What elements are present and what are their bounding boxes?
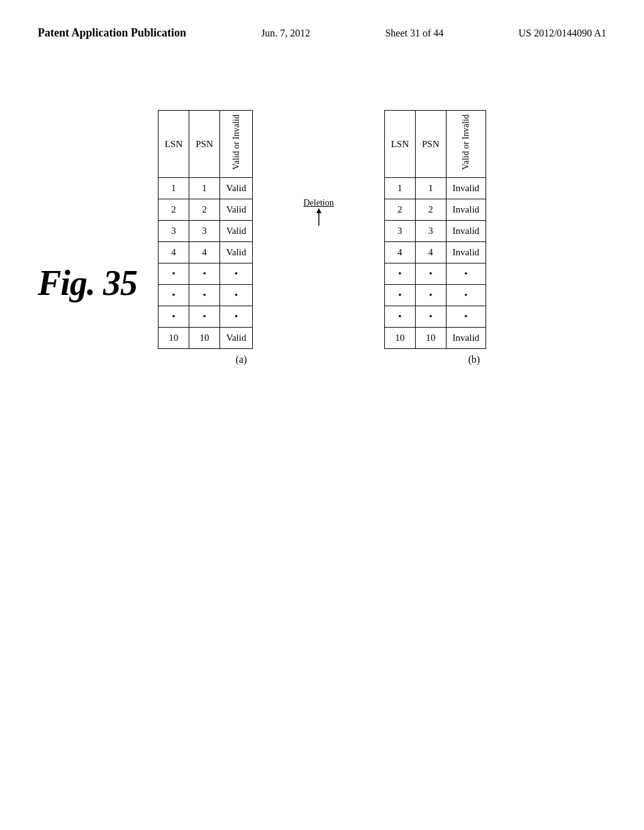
- table-row: 3 3 Valid: [158, 221, 253, 242]
- table-row: • • •: [158, 263, 253, 285]
- table-row: • • •: [384, 263, 486, 285]
- table-row: • • •: [158, 306, 253, 328]
- table-row: 2 2 Invalid: [384, 199, 486, 221]
- col-lsn-b: LSN: [384, 111, 415, 178]
- col-psn-a: PSN: [189, 111, 220, 178]
- deletion-arrow-icon: [313, 208, 325, 227]
- deletion-annotation: Deletion: [303, 198, 333, 227]
- table-row: 10 10 Valid: [158, 328, 253, 349]
- table-b-wrapper: LSN PSN Valid or Invalid 1 1 Invalid 2: [384, 110, 486, 365]
- table-row: • • •: [384, 285, 486, 306]
- table-row: 10 10 Invalid: [384, 328, 486, 349]
- publication-date: Jun. 7, 2012: [261, 25, 310, 39]
- deletion-label: Deletion: [303, 198, 333, 208]
- table-a-label: (a): [236, 354, 253, 365]
- table-row: • • •: [384, 306, 486, 328]
- table-row: 4 4 Invalid: [384, 242, 486, 263]
- sheet-info: Sheet 31 of 44: [385, 25, 443, 39]
- svg-marker-1: [316, 208, 321, 213]
- col-psn-b: PSN: [416, 111, 447, 178]
- table-a: LSN PSN Valid or Invalid 1 1 Valid 2: [158, 110, 253, 349]
- table-row: • • •: [158, 285, 253, 306]
- table-row: 2 2 Valid: [158, 199, 253, 221]
- table-row: 3 3 Invalid: [384, 221, 486, 242]
- publication-number: US 2012/0144090 A1: [518, 25, 606, 39]
- col-status-a: Valid or Invalid: [219, 111, 253, 178]
- page-header: Patent Application Publication Jun. 7, 2…: [0, 0, 644, 53]
- col-status-b: Valid or Invalid: [446, 111, 486, 178]
- table-row: 1 1 Valid: [158, 178, 253, 199]
- main-content: LSN PSN Valid or Invalid 1 1 Valid 2: [0, 53, 644, 365]
- table-row: 4 4 Valid: [158, 242, 253, 263]
- publication-title: Patent Application Publication: [38, 25, 186, 41]
- col-lsn-a: LSN: [158, 111, 189, 178]
- figure-label: Fig. 35: [38, 264, 137, 303]
- table-row: 1 1 Invalid: [384, 178, 486, 199]
- table-b-label: (b): [468, 354, 486, 365]
- table-b: LSN PSN Valid or Invalid 1 1 Invalid 2: [384, 110, 486, 349]
- table-a-wrapper: LSN PSN Valid or Invalid 1 1 Valid 2: [158, 110, 253, 365]
